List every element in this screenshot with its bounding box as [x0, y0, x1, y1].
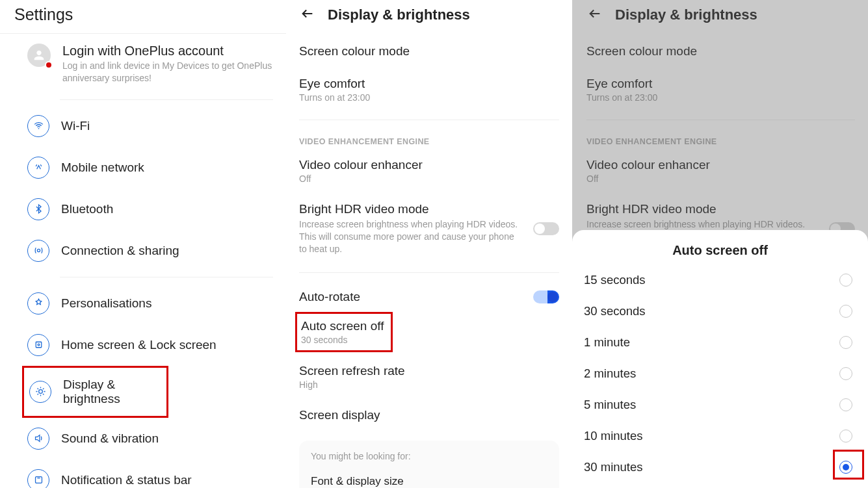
personalisations-icon	[27, 292, 49, 315]
label: Connection & sharing	[61, 244, 179, 258]
radio-icon	[839, 336, 852, 349]
item-auto-screen-off[interactable]: Auto screen off 30 seconds	[295, 312, 393, 352]
settings-item-display-brightness[interactable]: Display & brightness	[22, 366, 168, 418]
notification-dot	[45, 61, 53, 69]
label: Auto screen off	[301, 319, 387, 333]
home-lock-icon	[27, 334, 49, 356]
option-2-minutes[interactable]: 2 minutes	[584, 358, 856, 389]
mobile-network-icon	[27, 157, 49, 179]
divider	[299, 272, 559, 273]
section-header-video: VIDEO ENHANCEMENT ENGINE	[299, 128, 559, 149]
option-10-minutes[interactable]: 10 minutes	[584, 420, 856, 452]
svg-point-4	[38, 390, 42, 394]
svg-point-1	[37, 250, 40, 252]
settings-item-home-lock-screen[interactable]: Home screen & Lock screen	[27, 324, 273, 366]
label: Mobile network	[61, 161, 144, 175]
settings-item-notification-status[interactable]: Notification & status bar	[27, 459, 273, 488]
toggle-hdr[interactable]	[533, 222, 559, 235]
login-title: Login with OnePlus account	[62, 44, 273, 58]
radio-icon	[839, 367, 852, 380]
toggle-auto-rotate[interactable]	[533, 290, 559, 303]
label: Video colour enhancer	[299, 158, 559, 172]
label: Eye comfort	[299, 77, 559, 91]
item-eye-comfort[interactable]: Eye comfort Turns on at 23:00	[299, 68, 559, 112]
option-label: 2 minutes	[584, 366, 636, 381]
option-5-minutes[interactable]: 5 minutes	[584, 389, 856, 420]
sheet-title: Auto screen off	[584, 243, 856, 264]
login-account-row[interactable]: Login with OnePlus account Log in and li…	[27, 34, 273, 94]
sublabel: High	[299, 379, 559, 390]
item-video-colour-enhancer[interactable]: Video colour enhancer Off	[299, 149, 559, 193]
sublabel: Off	[299, 173, 559, 184]
label: Bluetooth	[61, 202, 113, 216]
avatar-icon	[27, 44, 51, 67]
option-30-seconds[interactable]: 30 seconds	[584, 296, 856, 327]
item-screen-display[interactable]: Screen display	[299, 399, 559, 431]
option-label: 1 minute	[584, 335, 630, 350]
option-label: 10 minutes	[584, 429, 643, 443]
radio-icon	[839, 274, 852, 287]
option-1-minute[interactable]: 1 minute	[584, 327, 856, 358]
label: Screen refresh rate	[299, 364, 559, 378]
wifi-icon	[27, 115, 49, 137]
sound-icon	[27, 428, 49, 450]
sublabel: Turns on at 23:00	[299, 92, 559, 103]
suggestion-card: You might be looking for: Font & display…	[299, 441, 559, 488]
settings-item-personalisations[interactable]: Personalisations	[27, 283, 273, 324]
settings-header: Settings	[0, 0, 299, 34]
settings-item-sound-vibration[interactable]: Sound & vibration	[27, 418, 273, 459]
svg-point-3	[38, 344, 40, 346]
divider	[60, 99, 273, 100]
back-arrow-icon[interactable]	[300, 6, 315, 23]
notification-icon	[27, 469, 49, 488]
brightness-icon	[29, 381, 51, 403]
highlight-box	[833, 450, 864, 480]
suggestion-font-display[interactable]: Font & display size	[311, 469, 547, 488]
option-label: 30 seconds	[584, 304, 646, 318]
option-label: 30 minutes	[584, 460, 643, 474]
radio-icon	[839, 430, 852, 443]
label: Auto-rotate	[299, 290, 525, 304]
label: Screen display	[299, 408, 559, 422]
auto-screen-off-sheet: Auto screen off 15 seconds 30 seconds 1 …	[572, 230, 868, 488]
connection-sharing-icon	[27, 240, 49, 262]
label: Notification & status bar	[61, 473, 192, 487]
bluetooth-icon	[27, 198, 49, 220]
option-label: 5 minutes	[584, 398, 636, 412]
suggestion-header: You might be looking for:	[311, 451, 547, 461]
svg-point-0	[38, 128, 39, 129]
settings-item-bluetooth[interactable]: Bluetooth	[27, 188, 273, 230]
sublabel: 30 seconds	[301, 335, 387, 345]
page-title: Display & brightness	[328, 6, 470, 23]
option-label: 15 seconds	[584, 273, 646, 287]
item-screen-colour-mode[interactable]: Screen colour mode	[299, 35, 559, 68]
item-screen-refresh-rate[interactable]: Screen refresh rate High	[299, 355, 559, 399]
divider	[60, 277, 273, 277]
settings-item-mobile-network[interactable]: Mobile network	[27, 147, 273, 188]
option-30-minutes[interactable]: 30 minutes	[584, 452, 856, 483]
option-15-seconds[interactable]: 15 seconds	[584, 264, 856, 296]
divider	[299, 120, 559, 120]
label: Personalisations	[61, 296, 151, 311]
login-subtitle: Log in and link device in My Devices to …	[62, 60, 273, 84]
settings-item-connection-sharing[interactable]: Connection & sharing	[27, 230, 273, 272]
label: Display & brightness	[63, 378, 166, 406]
label: Wi-Fi	[61, 119, 90, 133]
settings-item-wifi[interactable]: Wi-Fi	[27, 105, 273, 147]
label: Bright HDR video mode	[299, 202, 525, 216]
svg-rect-2	[36, 342, 42, 348]
label: Screen colour mode	[299, 44, 559, 58]
sublabel: Increase screen brightness when playing …	[299, 218, 525, 255]
item-auto-rotate[interactable]: Auto-rotate	[299, 281, 559, 313]
item-bright-hdr[interactable]: Bright HDR video mode Increase screen br…	[299, 193, 559, 264]
label: Home screen & Lock screen	[61, 338, 217, 352]
radio-icon	[839, 398, 852, 411]
label: Sound & vibration	[61, 431, 159, 446]
radio-icon	[839, 305, 852, 318]
